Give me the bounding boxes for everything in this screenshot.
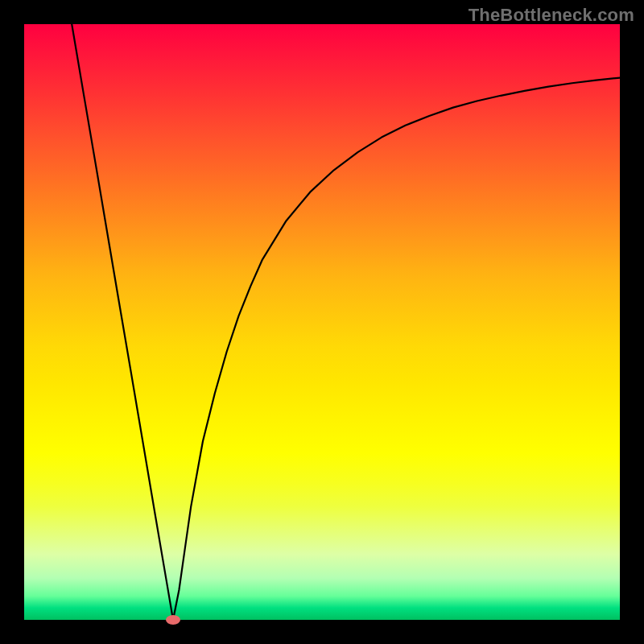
chart-frame: TheBottleneck.com [0,0,644,644]
plot-area [24,24,620,620]
watermark-text: TheBottleneck.com [469,5,634,26]
optimal-point-marker [166,615,180,625]
bottleneck-curve [24,24,620,620]
